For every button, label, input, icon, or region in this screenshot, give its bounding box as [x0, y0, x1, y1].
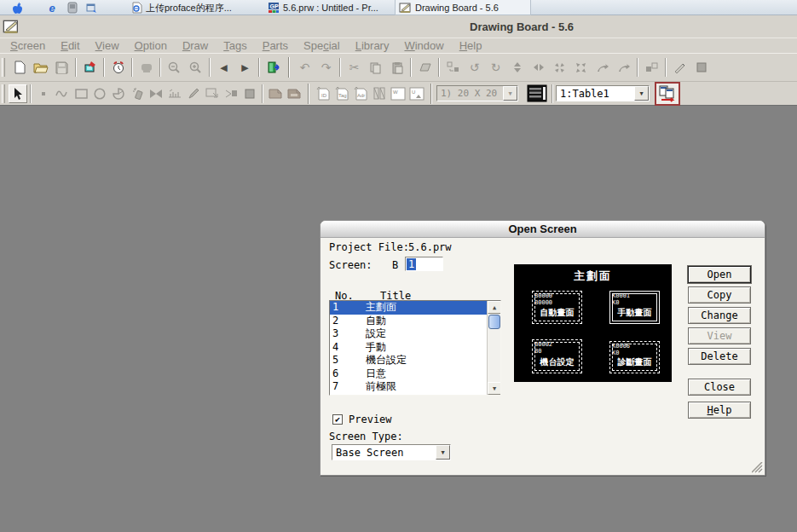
list-item[interactable]: 2自動 — [330, 315, 487, 328]
open-file-icon[interactable] — [30, 57, 51, 78]
window-switch-icon[interactable] — [85, 1, 98, 14]
tag-address-icon[interactable]: Adr — [351, 84, 370, 103]
fill-attribute-icon[interactable] — [690, 57, 712, 78]
eraser-icon[interactable] — [414, 57, 436, 78]
pattern-columns-icon[interactable] — [370, 84, 389, 103]
list-item[interactable]: 1主劃面 — [330, 301, 487, 315]
taskbar-item-project-manager[interactable]: GP 5.6.prw : Untitled - Pr... — [264, 0, 392, 15]
menu-draw[interactable]: Draw — [175, 39, 216, 52]
screen-type-selector[interactable]: Base Screen ▼ — [332, 444, 451, 460]
cut-icon[interactable]: ✂ — [344, 57, 365, 78]
menu-window[interactable]: Window — [396, 39, 451, 52]
scrollbar-thumb[interactable] — [488, 315, 500, 329]
library-part-icon[interactable]: U — [407, 84, 426, 103]
menu-help[interactable]: Help — [452, 39, 490, 52]
next-screen-icon[interactable]: ▶ — [234, 57, 256, 78]
help-button[interactable]: Help — [688, 402, 751, 419]
marker-tool-icon[interactable] — [184, 84, 203, 103]
paste-icon[interactable] — [386, 57, 407, 78]
menu-edit[interactable]: Edit — [53, 39, 87, 52]
rotate-cw-icon[interactable]: ↻ — [485, 57, 506, 78]
rectangle-tool-icon[interactable] — [72, 84, 90, 103]
copy-icon[interactable] — [365, 57, 386, 78]
circle-tool-icon[interactable] — [90, 84, 109, 103]
table-editor-icon[interactable] — [655, 82, 680, 106]
menu-view[interactable]: View — [88, 39, 127, 52]
undo-icon[interactable]: ↶ — [294, 57, 315, 78]
simulate-icon[interactable] — [136, 57, 157, 78]
menu-special[interactable]: Special — [296, 39, 348, 52]
rotate-ccw-icon[interactable]: ↺ — [464, 57, 485, 78]
select-tool-icon[interactable] — [9, 84, 27, 103]
taskbar-item-drawing-board[interactable]: Drawing Board - 5.6 — [395, 0, 531, 15]
menu-tags[interactable]: Tags — [216, 39, 254, 52]
dialog-titlebar[interactable]: Open Screen — [321, 221, 765, 238]
flip-horizontal-icon[interactable] — [528, 57, 549, 78]
zoom-out-icon[interactable] — [164, 57, 185, 78]
exit-icon[interactable] — [263, 57, 284, 78]
list-item[interactable]: 7前極限 — [330, 380, 487, 394]
duplicate-icon[interactable] — [442, 57, 464, 78]
chevron-down-icon[interactable]: ▼ — [634, 86, 649, 101]
delete-button[interactable]: Delete — [688, 348, 751, 365]
tag-tag-icon[interactable]: Tag — [332, 84, 351, 103]
new-screen-icon[interactable] — [9, 57, 30, 78]
flip-vertical-icon[interactable] — [506, 57, 528, 78]
list-item[interactable]: 6日意 — [330, 367, 487, 381]
menu-parts[interactable]: Parts — [255, 39, 296, 52]
arc-tool-icon[interactable] — [109, 84, 128, 103]
apple-menu-icon[interactable] — [11, 1, 24, 14]
copy-button[interactable]: Copy — [688, 286, 751, 304]
bring-to-front-icon[interactable] — [592, 57, 613, 78]
list-item[interactable]: 5機台設定 — [330, 354, 487, 367]
scroll-down-icon[interactable]: ▼ — [488, 382, 501, 395]
menu-option[interactable]: Option — [127, 39, 175, 52]
save-icon[interactable] — [51, 57, 72, 78]
send-to-back-icon[interactable] — [613, 57, 634, 78]
taskbar-item-proface-upload[interactable]: 上传proface的程序... — [128, 0, 263, 15]
window-part-icon[interactable]: W — [389, 84, 407, 103]
tag-id-icon[interactable]: ID — [314, 84, 332, 103]
device-icon[interactable] — [66, 1, 78, 14]
toolbar-drag-handle[interactable] — [2, 58, 5, 77]
list-scrollbar[interactable]: ▲ ▼ — [487, 301, 500, 395]
line-tool-icon[interactable] — [53, 84, 72, 103]
scroll-up-icon[interactable]: ▲ — [488, 301, 501, 314]
change-button[interactable]: Change — [688, 307, 751, 324]
scale-tool-icon[interactable] — [165, 84, 184, 103]
preview-checkbox[interactable]: ✔ — [332, 414, 343, 425]
chevron-down-icon[interactable]: ▼ — [436, 445, 450, 460]
drawing-board-app-icon[interactable] — [3, 18, 20, 35]
trim-tool-icon[interactable] — [222, 84, 240, 103]
screen-preview-toggle-icon[interactable] — [525, 84, 549, 104]
enlarge-icon[interactable] — [570, 57, 592, 78]
screen-number-input[interactable]: 1 — [405, 257, 443, 271]
toolbar-drag-handle[interactable] — [2, 84, 5, 103]
zoom-in-icon[interactable] — [185, 57, 206, 78]
transfer-screen-icon[interactable] — [79, 57, 101, 78]
save-mark-icon[interactable] — [285, 84, 303, 103]
group-icon[interactable] — [641, 57, 662, 78]
alarm-editor-icon[interactable] — [107, 57, 129, 78]
dot-tool-icon[interactable] — [34, 84, 53, 103]
edit-pen-icon[interactable] — [669, 57, 690, 78]
chevron-down-icon[interactable]: ▼ — [503, 86, 517, 101]
resize-grip[interactable] — [752, 462, 763, 473]
close-button[interactable]: Close — [688, 379, 751, 396]
shrink-icon[interactable] — [549, 57, 570, 78]
image-placement-icon[interactable] — [203, 84, 222, 103]
list-item[interactable]: 3設定 — [330, 327, 487, 341]
open-button[interactable]: Open — [688, 266, 751, 283]
redo-icon[interactable]: ↷ — [315, 57, 337, 78]
load-mark-icon[interactable] — [266, 84, 285, 103]
list-item[interactable]: 4手動 — [330, 341, 487, 355]
menu-screen[interactable]: Screen — [3, 39, 53, 52]
table-selector[interactable]: 1:Table1 ▼ — [556, 85, 650, 101]
paint-tool-icon[interactable] — [128, 84, 147, 103]
list-item[interactable]: 8後極限 — [330, 394, 487, 396]
menu-library[interactable]: Library — [348, 39, 397, 52]
internet-explorer-icon[interactable]: e — [45, 1, 59, 14]
filled-rect-tool-icon[interactable] — [240, 84, 259, 103]
polygon-tool-icon[interactable] — [147, 84, 165, 103]
previous-screen-icon[interactable]: ◀ — [213, 57, 234, 78]
